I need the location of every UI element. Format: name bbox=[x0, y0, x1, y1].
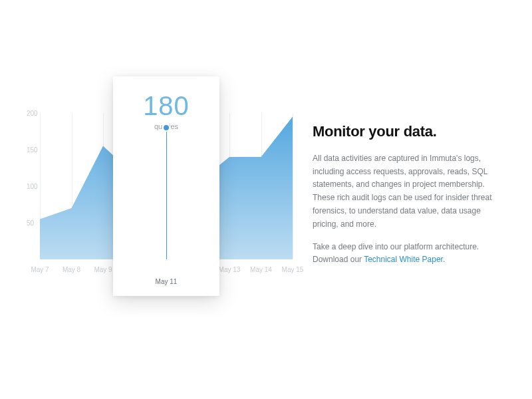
x-tick-label: May 7 bbox=[31, 266, 49, 273]
section-headline: Monitor your data. bbox=[313, 123, 492, 140]
chart-highlight-card: 180 queries May 11 bbox=[113, 76, 219, 296]
section-paragraph-2: Take a deep dive into our platform archi… bbox=[313, 241, 492, 267]
gridline bbox=[293, 113, 293, 259]
y-tick-label: 50 bbox=[27, 219, 34, 227]
highlight-marker-dot bbox=[164, 125, 169, 130]
page: 50100150200May 7May 8May 9May 10May 11Ma… bbox=[0, 0, 532, 399]
white-paper-link[interactable]: Technical White Paper bbox=[364, 255, 443, 264]
x-tick-label: May 8 bbox=[63, 266, 80, 273]
x-tick-label: May 14 bbox=[250, 266, 272, 273]
highlight-xlabel: May 11 bbox=[113, 278, 219, 285]
text-panel: Monitor your data. All data activities a… bbox=[306, 123, 512, 276]
y-tick-label: 200 bbox=[27, 110, 38, 117]
section-paragraph-1: All data activities are captured in Immu… bbox=[313, 152, 492, 231]
para2-post: . bbox=[443, 255, 445, 264]
y-tick-label: 150 bbox=[27, 146, 38, 154]
x-tick-label: May 15 bbox=[282, 266, 304, 273]
highlight-value: 180 bbox=[113, 91, 219, 121]
x-tick-label: May 9 bbox=[94, 266, 112, 273]
x-tick-label: May 13 bbox=[219, 266, 241, 273]
chart-panel: 50100150200May 7May 8May 9May 10May 11Ma… bbox=[13, 80, 306, 319]
y-tick-label: 100 bbox=[27, 183, 38, 190]
highlight-marker-line bbox=[166, 128, 167, 259]
